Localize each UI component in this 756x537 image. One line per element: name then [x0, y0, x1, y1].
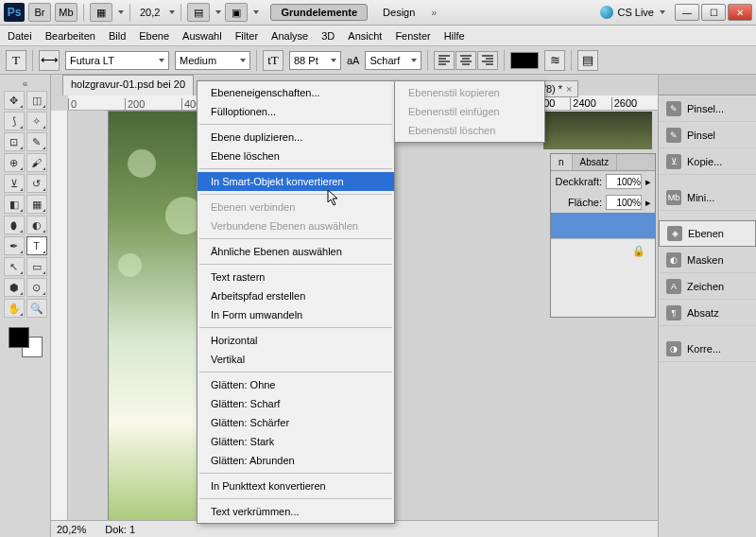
context-menu-item[interactable]: Vertikal [198, 350, 394, 369]
zoom-value[interactable]: 20,2 [136, 7, 163, 18]
3d-tool[interactable]: ⬢ [4, 278, 25, 297]
menu-analyse[interactable]: Analyse [271, 30, 308, 42]
dock-masks[interactable]: ◐Masken [659, 247, 756, 273]
history-brush-tool[interactable]: ↺ [26, 174, 47, 193]
pen-tool[interactable]: ✒ [4, 236, 25, 255]
dodge-tool[interactable]: ◐ [26, 216, 47, 234]
opacity-input[interactable] [606, 174, 642, 189]
menu-auswahl[interactable]: Auswahl [182, 30, 222, 42]
status-dok[interactable]: Dok: 1 [105, 524, 135, 535]
layer-list[interactable]: 🔒 [551, 213, 655, 317]
context-menu-item[interactable]: Text verkrümmen... [198, 502, 394, 521]
dock-layers[interactable]: ◈Ebenen [659, 220, 756, 247]
shape-tool[interactable]: ▭ [26, 257, 47, 276]
antialias-select[interactable]: Scharf [365, 51, 421, 70]
context-menu-item[interactable]: Glätten: Schärfer [198, 413, 394, 432]
tools-collapse[interactable]: « [18, 78, 33, 89]
align-left-button[interactable] [434, 51, 455, 70]
dock-paragraph[interactable]: ¶Absatz [659, 300, 756, 326]
lasso-tool[interactable]: ⟆ [4, 112, 25, 130]
tool-preset-icon[interactable]: T [6, 50, 26, 71]
clone-tool[interactable]: ⊻ [4, 174, 25, 193]
context-menu-item[interactable]: Ebene löschen [198, 147, 394, 165]
eyedropper-tool[interactable]: ✎ [26, 132, 47, 151]
dock-mini-bridge[interactable]: MbMini... [659, 184, 756, 211]
zoom-tool[interactable]: 🔍 [26, 299, 47, 318]
dock-brush-presets[interactable]: ✎Pinsel... [659, 95, 756, 122]
minibridge-button[interactable]: Mb [55, 3, 77, 22]
menu-bearbeiten[interactable]: Bearbeiten [45, 30, 95, 42]
context-menu-item[interactable]: Ebene duplizieren... [198, 128, 394, 147]
character-panel-button[interactable]: ▤ [577, 50, 598, 71]
context-menu-item[interactable]: Glätten: Scharf [198, 394, 394, 413]
window-close-button[interactable]: ✕ [728, 4, 752, 21]
font-style-select[interactable]: Medium [175, 51, 250, 70]
context-menu-item[interactable]: In Punkttext konvertieren [198, 476, 394, 495]
context-menu-item[interactable]: In Form umwandeln [198, 305, 394, 324]
panel-tab-character[interactable]: n [551, 154, 573, 170]
arrange-docs-button[interactable]: ▤ [187, 3, 210, 22]
workspace-more[interactable]: » [426, 8, 441, 18]
crop-tool[interactable]: ⊡ [4, 132, 25, 151]
screen-mode-button[interactable]: ▣ [225, 3, 248, 22]
camera-tool[interactable]: ⊙ [26, 278, 47, 297]
color-swatches[interactable] [7, 325, 44, 359]
document-tab[interactable]: holzgravur-01.psd bei 20 [62, 75, 194, 95]
menu-datei[interactable]: Datei [8, 30, 32, 42]
blur-tool[interactable]: ⬮ [4, 216, 25, 234]
warp-text-button[interactable]: ≋ [544, 50, 565, 71]
window-maximize-button[interactable]: ☐ [701, 4, 726, 21]
menu-filter[interactable]: Filter [235, 30, 258, 42]
context-menu-item[interactable]: In Smart-Objekt konvertieren [198, 172, 394, 191]
menu-ansicht[interactable]: Ansicht [348, 30, 382, 42]
dock-brush[interactable]: ✎Pinsel [659, 122, 756, 148]
cs-live-button[interactable]: CS Live [600, 6, 665, 19]
window-minimize-button[interactable]: — [675, 4, 699, 21]
context-menu-item[interactable]: Ebeneneigenschaften... [198, 83, 394, 102]
healing-tool[interactable]: ⊕ [4, 153, 25, 172]
align-right-button[interactable] [477, 51, 498, 70]
close-icon[interactable]: × [566, 83, 572, 95]
context-menu-item[interactable]: Ähnliche Ebenen auswählen [198, 242, 394, 261]
chevron-right-icon[interactable]: ▸ [645, 197, 651, 209]
context-menu-item[interactable]: Fülloptionen... [198, 102, 394, 121]
menu-hilfe[interactable]: Hilfe [444, 30, 465, 42]
menu-3d[interactable]: 3D [321, 30, 335, 42]
marquee-tool[interactable]: ◫ [26, 91, 47, 110]
font-size-select[interactable]: 88 Pt [289, 51, 341, 70]
magic-wand-tool[interactable]: ✧ [26, 112, 47, 130]
type-tool[interactable]: T [26, 236, 47, 255]
context-menu-item[interactable]: Glätten: Abrunden [198, 451, 394, 470]
text-orientation-button[interactable]: ⟷ [39, 50, 60, 71]
menu-bild[interactable]: Bild [109, 30, 126, 42]
text-color-swatch[interactable] [510, 52, 539, 69]
panel-tab-absatz[interactable]: Absatz [573, 154, 618, 170]
gradient-tool[interactable]: ▦ [26, 195, 47, 214]
font-family-select[interactable]: Futura LT [65, 51, 169, 70]
chevron-right-icon[interactable]: ▸ [645, 176, 651, 188]
move-tool[interactable]: ✥ [4, 91, 25, 110]
eraser-tool[interactable]: ◧ [4, 195, 25, 214]
fill-input[interactable] [606, 195, 642, 210]
path-select-tool[interactable]: ↖ [4, 257, 25, 276]
dock-clone[interactable]: ⊻Kopie... [659, 148, 756, 175]
align-center-button[interactable] [455, 51, 476, 70]
ruler-vertical[interactable] [51, 111, 68, 520]
background-lock-icon[interactable]: 🔒 [551, 239, 655, 262]
layer-item-selected[interactable] [551, 213, 655, 239]
workspace-active[interactable]: Grundelemente [270, 4, 368, 21]
context-menu-item[interactable]: Horizontal [198, 331, 394, 350]
menu-ebene[interactable]: Ebene [139, 30, 169, 42]
status-zoom[interactable]: 20,2% [57, 524, 86, 535]
hand-tool[interactable]: ✋ [4, 299, 25, 318]
context-menu-item[interactable]: Text rastern [198, 268, 394, 286]
dock-character[interactable]: AZeichen [659, 273, 756, 300]
brush-tool[interactable]: 🖌 [26, 153, 47, 172]
dock-adjustments[interactable]: ◑Korre... [659, 336, 756, 362]
workspace-design[interactable]: Design [375, 5, 422, 20]
context-menu-item[interactable]: Glätten: Stark [198, 432, 394, 451]
menu-fenster[interactable]: Fenster [395, 30, 430, 42]
bridge-button[interactable]: Br [28, 3, 51, 22]
view-extras-button[interactable]: ▦ [90, 3, 112, 22]
context-menu-item[interactable]: Arbeitspfad erstellen [198, 286, 394, 305]
